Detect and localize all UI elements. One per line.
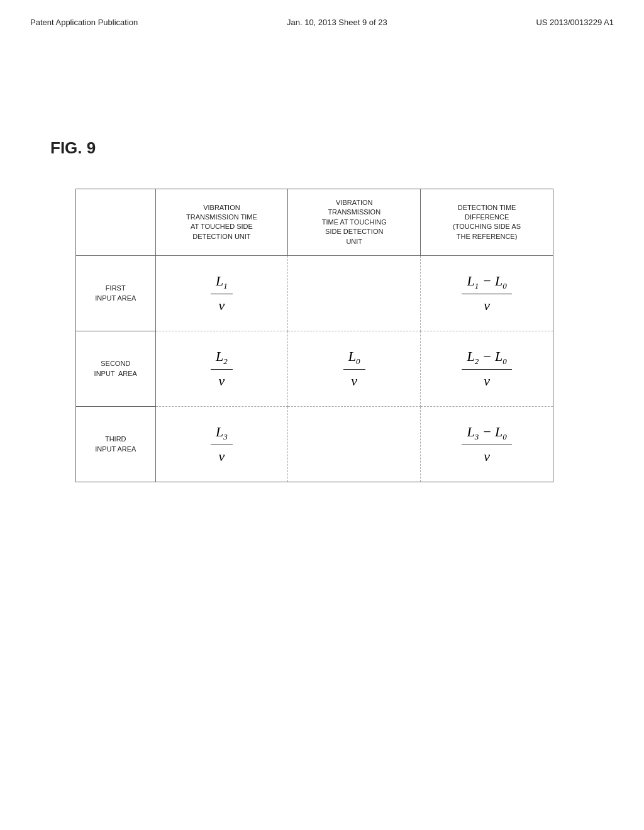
data-table: VIBRATIONTRANSMISSION TIMEAT TOUCHED SID…	[75, 189, 553, 482]
fraction-L2-L0-v: L2 − L0 v	[426, 348, 548, 389]
table-header-row: VIBRATIONTRANSMISSION TIMEAT TOUCHED SID…	[76, 189, 553, 256]
header-middle: Jan. 10, 2013 Sheet 9 of 23	[287, 18, 387, 27]
fraction-L3-v: L3 v	[161, 424, 283, 464]
col-header-2: VIBRATIONTRANSMISSIONTIME AT TOUCHINGSID…	[288, 189, 421, 256]
header-right: US 2013/0013229 A1	[536, 18, 614, 27]
cell-1-3: L1 − L0 v	[421, 255, 553, 331]
col-header-0	[76, 189, 156, 256]
cell-2-1: L2 v	[155, 331, 288, 406]
col-header-3: DETECTION TIMEDIFFERENCE(TOUCHING SIDE A…	[421, 189, 553, 256]
figure-label: FIG. 9	[50, 138, 96, 158]
fraction-L1-v: L1 v	[161, 273, 283, 313]
fraction-L2-v: L2 v	[161, 348, 283, 389]
cell-3-2	[288, 406, 421, 482]
page-header: Patent Application Publication Jan. 10, …	[0, 0, 644, 27]
cell-3-1: L3 v	[155, 406, 288, 482]
main-table-container: VIBRATIONTRANSMISSION TIMEAT TOUCHED SID…	[75, 189, 553, 482]
cell-2-2: L0 v	[288, 331, 421, 406]
header-left: Patent Application Publication	[30, 18, 138, 27]
table-row: SECONDINPUT AREA L2 v L0 v L2 − L0	[76, 331, 553, 406]
row-label-3: THIRDINPUT AREA	[76, 406, 156, 482]
cell-3-3: L3 − L0 v	[421, 406, 553, 482]
fraction-L3-L0-v: L3 − L0 v	[426, 424, 548, 464]
row-label-2: SECONDINPUT AREA	[76, 331, 156, 406]
cell-2-3: L2 − L0 v	[421, 331, 553, 406]
fraction-L0-v: L0 v	[293, 348, 415, 389]
cell-1-2	[288, 255, 421, 331]
fraction-L1-L0-v: L1 − L0 v	[426, 273, 548, 313]
table-row: FIRSTINPUT AREA L1 v L1 − L0 v	[76, 255, 553, 331]
cell-1-1: L1 v	[155, 255, 288, 331]
col-header-1: VIBRATIONTRANSMISSION TIMEAT TOUCHED SID…	[155, 189, 288, 256]
table-row: THIRDINPUT AREA L3 v L3 − L0 v	[76, 406, 553, 482]
row-label-1: FIRSTINPUT AREA	[76, 255, 156, 331]
